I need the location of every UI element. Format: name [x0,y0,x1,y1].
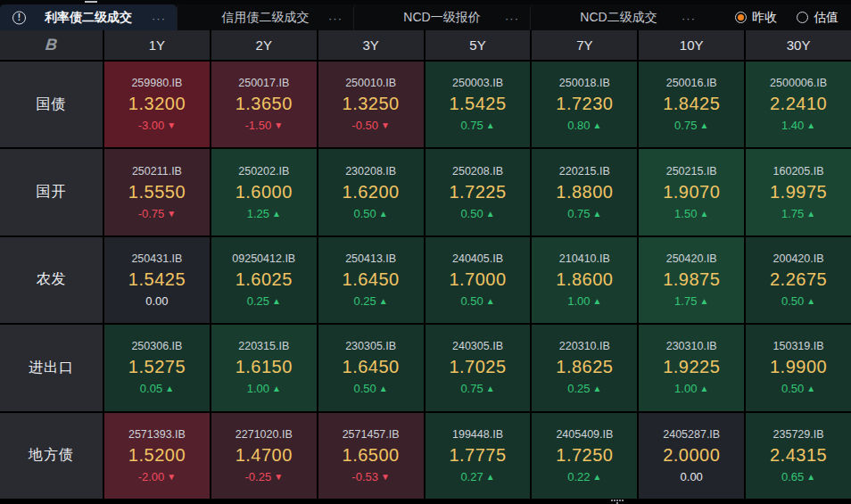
quote-cell[interactable]: 250017.IB1.3650-1.50▼ [211,62,317,147]
change-value: -3.00▼ [138,119,177,132]
change-value: 1.50▲ [674,207,708,220]
radio-group: 昨收估值 [706,4,851,30]
change-value: 0.50▲ [781,294,815,308]
yield-value: 1.9225 [663,357,720,377]
tab-3[interactable]: NCD一级报价··· [353,4,530,30]
quote-cell[interactable]: 2405287.IB2.00000.00 [639,413,744,499]
tab-4[interactable]: NCD二级成交··· [530,4,706,30]
down-arrow-icon: ▼ [381,120,390,130]
quote-cell[interactable]: 250431.IB1.54250.00 [104,237,210,323]
radio-option-2[interactable]: 估值 [797,10,839,26]
quote-cell[interactable]: 2571393.IB1.5200-2.00▼ [104,413,210,499]
quote-cell[interactable]: 230208.IB1.62000.50▲ [318,149,424,235]
up-arrow-icon: ▲ [272,384,281,393]
bond-code: 230310.IB [666,340,717,352]
change-number: 0.00 [681,470,703,483]
quote-cell[interactable]: 220215.IB1.88000.75▲ [532,149,637,235]
quote-cell[interactable]: 2500006.IB2.24101.40▲ [746,62,851,147]
quote-cell[interactable]: 250215.IB1.90701.50▲ [639,149,744,235]
yield-value: 1.8600 [556,269,613,290]
change-number: 1.75 [674,294,697,308]
quote-cell[interactable]: 220310.IB1.86250.25▲ [532,325,637,410]
up-arrow-icon: ▲ [806,296,815,306]
quote-cell[interactable]: 240305.IB1.70250.75▲ [426,325,531,410]
bond-code: 250016.IB [666,77,717,89]
change-value: 0.75▲ [567,207,601,220]
bond-code: 2271020.IB [235,428,293,441]
quote-cell[interactable]: 2571457.IB1.6500-0.53▼ [318,413,424,499]
quote-grid: B1Y2Y3Y5Y7Y10Y30Y国债259980.IB1.3200-3.00▼… [0,30,851,499]
change-value: 0.75▲ [460,119,494,132]
bond-code: 250306.IB [131,340,182,352]
yield-value: 1.5425 [449,94,506,114]
bond-code: 160205.IB [773,165,824,178]
bond-code: 2405287.IB [663,428,720,441]
yield-value: 1.7025 [449,357,506,377]
radio-on-icon [735,12,747,23]
down-arrow-icon: ▼ [167,120,176,130]
change-value: -1.50▼ [245,119,284,132]
quote-cell[interactable]: 160205.IB1.99751.75▲ [746,149,851,235]
quote-cell[interactable]: 250211.IB1.5550-0.75▼ [104,149,210,235]
tab-1[interactable]: !利率债二级成交··· [0,4,177,30]
yield-value: 1.7225 [449,182,506,202]
quote-cell[interactable]: 250208.IB1.72250.50▲ [426,149,531,235]
quote-cell[interactable]: 240405.IB1.70000.50▲ [426,237,531,323]
quote-cell[interactable]: 250016.IB1.84250.75▲ [639,62,744,147]
change-number: 0.25 [247,294,269,308]
quote-cell[interactable]: 2271020.IB1.4700-0.25▼ [211,413,317,499]
change-number: 1.00 [674,382,697,395]
bond-code: 250018.IB [559,77,610,89]
change-number: 0.50 [781,382,804,395]
change-value: -0.50▼ [351,119,390,132]
quote-cell[interactable]: 250018.IB1.72300.80▲ [532,62,637,147]
column-header-30Y: 30Y [746,30,851,60]
bond-code: 240405.IB [452,252,503,265]
quote-cell[interactable]: 210410.IB1.86001.00▲ [532,237,637,323]
row-label: 国债 [0,62,103,147]
change-number: -0.75 [138,207,165,220]
quote-cell[interactable]: 230305.IB1.64500.50▲ [318,325,424,410]
quote-cell[interactable]: 200420.IB2.26750.50▲ [746,237,851,323]
bond-code: 235729.IB [773,428,824,441]
bond-code: 199448.IB [452,428,503,441]
change-number: 0.25 [567,382,590,395]
change-value: 0.80▲ [567,119,601,132]
change-number: 0.22 [567,470,590,483]
quote-cell[interactable]: 250413.IB1.64500.25▲ [318,237,424,323]
quote-cell[interactable]: 220315.IB1.61501.00▲ [211,325,317,410]
change-value: -2.00▼ [138,470,177,483]
change-number: 1.50 [674,207,697,220]
quote-cell[interactable]: 150319.IB1.99000.50▲ [746,325,851,410]
quote-cell[interactable]: 250420.IB1.98751.75▲ [639,237,744,323]
change-number: -2.00 [138,470,165,483]
quote-cell[interactable]: 230310.IB1.92251.00▲ [639,325,744,410]
quote-cell[interactable]: 250306.IB1.52750.05▲ [104,325,210,410]
up-arrow-icon: ▲ [806,209,815,219]
quote-cell[interactable]: 09250412.IB1.60250.25▲ [211,237,317,323]
bond-code: 230305.IB [345,340,396,352]
yield-value: 1.7250 [556,445,613,466]
tab-menu-icon[interactable]: ··· [152,11,166,24]
quote-cell[interactable]: 199448.IB1.77750.27▲ [426,413,531,499]
change-number: 0.80 [567,119,590,132]
change-value: 0.50▲ [460,294,494,308]
quote-cell[interactable]: 250202.IB1.60001.25▲ [211,149,317,235]
radio-selected-1[interactable]: 昨收 [735,10,777,26]
tab-2[interactable]: 信用债二级成交··· [177,4,353,30]
tab-menu-icon[interactable]: ··· [328,11,343,24]
yield-value: 1.5550 [128,182,186,202]
scrollbar-handle[interactable] [610,500,624,504]
change-value: 0.25▲ [247,294,281,308]
quote-cell[interactable]: 235729.IB2.43150.65▲ [746,413,851,499]
tab-menu-icon[interactable]: ··· [682,11,696,24]
quote-cell[interactable]: 250003.IB1.54250.75▲ [426,62,531,147]
bond-code: 250010.IB [345,77,396,89]
tab-menu-icon[interactable]: ··· [505,11,519,24]
change-value: 1.75▲ [781,207,815,220]
quote-cell[interactable]: 250010.IB1.3250-0.50▼ [318,62,424,147]
column-header-7Y: 7Y [532,30,637,60]
quote-cell[interactable]: 259980.IB1.3200-3.00▼ [104,62,210,147]
quote-cell[interactable]: 2405409.IB1.72500.22▲ [532,413,637,499]
up-arrow-icon: ▲ [593,384,602,393]
